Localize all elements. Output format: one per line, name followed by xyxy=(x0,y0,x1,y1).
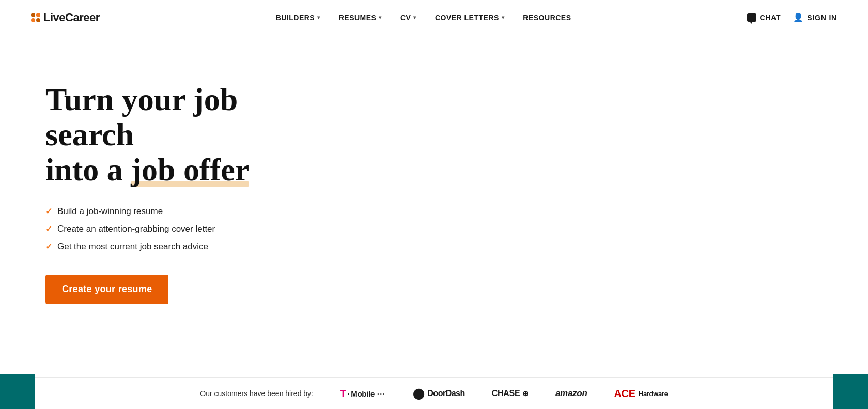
logo-link[interactable]: LiveCareer xyxy=(31,11,100,24)
checklist-item-2: ✓ Create an attention-grabbing cover let… xyxy=(45,224,331,234)
logo-text: LiveCareer xyxy=(43,11,100,24)
logo-dot-1 xyxy=(31,13,35,17)
chevron-down-icon: ▾ xyxy=(502,14,505,20)
hero-title: Turn your job search into a job offer xyxy=(45,82,331,188)
checklist-text-3: Get the most current job search advice xyxy=(57,241,208,252)
ace-text: ACE xyxy=(614,388,635,400)
hero-title-line2: into a xyxy=(45,152,123,187)
nav-label-cv: CV xyxy=(400,13,411,22)
check-icon-3: ✓ xyxy=(45,241,52,251)
customers-bar: Our customers have been hired by: T · Mo… xyxy=(0,377,868,409)
checklist-text-2: Create an attention-grabbing cover lette… xyxy=(57,224,215,234)
chat-button[interactable]: CHAT xyxy=(747,13,781,22)
page-wrapper: LiveCareer BUILDERS ▾ RESUMES ▾ CV ▾ COV… xyxy=(0,0,868,409)
teal-right-accent xyxy=(833,374,868,409)
nav-label-cover-letters: COVER LETTERS xyxy=(435,13,499,22)
navbar: LiveCareer BUILDERS ▾ RESUMES ▾ CV ▾ COV… xyxy=(0,0,868,35)
nav-label-resumes: RESUMES xyxy=(339,13,377,22)
nav-label-resources: RESOURCES xyxy=(523,13,571,22)
signin-label: SIGN IN xyxy=(807,13,837,22)
nav-item-resumes[interactable]: RESUMES ▾ xyxy=(339,13,382,22)
company-tmobile: T · Mobile ··· xyxy=(340,388,386,400)
nav-right: CHAT 👤 SIGN IN xyxy=(747,12,837,22)
checklist-text-1: Build a job-winning resume xyxy=(57,206,163,217)
hero-title-highlight: job offer xyxy=(131,152,249,187)
logo-dot-2 xyxy=(36,13,40,17)
hero-checklist: ✓ Build a job-winning resume ✓ Create an… xyxy=(45,206,331,252)
chevron-down-icon: ▾ xyxy=(413,14,416,20)
nav-center: BUILDERS ▾ RESUMES ▾ CV ▾ COVER LETTERS … xyxy=(276,13,571,22)
chat-label: CHAT xyxy=(760,13,781,22)
check-icon-2: ✓ xyxy=(45,224,52,234)
company-chase: CHASE ⊕ xyxy=(492,389,529,398)
doordash-text: DoorDash xyxy=(427,389,464,398)
logo-dot-4 xyxy=(36,18,40,22)
company-amazon: amazon xyxy=(555,388,587,399)
amazon-text: amazon xyxy=(555,388,587,399)
logo-dot-3 xyxy=(31,18,35,22)
logo-dots xyxy=(31,13,40,22)
nav-item-builders[interactable]: BUILDERS ▾ xyxy=(276,13,320,22)
signin-button[interactable]: 👤 SIGN IN xyxy=(793,12,837,22)
teal-left-accent xyxy=(0,374,35,409)
company-doordash: ⬤ DoorDash xyxy=(413,387,465,400)
hero-title-line1: Turn your job search xyxy=(45,82,238,152)
user-icon: 👤 xyxy=(793,12,804,22)
checklist-item-1: ✓ Build a job-winning resume xyxy=(45,206,331,217)
logo-icon xyxy=(31,13,40,22)
chevron-down-icon: ▾ xyxy=(317,14,320,20)
tmobile-icon: T xyxy=(340,388,346,400)
nav-item-cover-letters[interactable]: COVER LETTERS ▾ xyxy=(435,13,504,22)
chevron-down-icon: ▾ xyxy=(379,14,382,20)
nav-label-builders: BUILDERS xyxy=(276,13,315,22)
company-ace: ACE Hardware xyxy=(614,388,668,400)
check-icon-1: ✓ xyxy=(45,206,52,216)
hero-section: Turn your job search into a job offer ✓ … xyxy=(0,35,362,335)
nav-item-resources[interactable]: RESOURCES xyxy=(523,13,571,22)
chase-text: CHASE xyxy=(492,389,520,398)
nav-item-cv[interactable]: CV ▾ xyxy=(400,13,416,22)
customers-label: Our customers have been hired by: xyxy=(200,389,313,398)
chat-bubble-icon xyxy=(747,13,756,22)
checklist-item-3: ✓ Get the most current job search advice xyxy=(45,241,331,252)
create-resume-button[interactable]: Create your resume xyxy=(45,275,168,304)
